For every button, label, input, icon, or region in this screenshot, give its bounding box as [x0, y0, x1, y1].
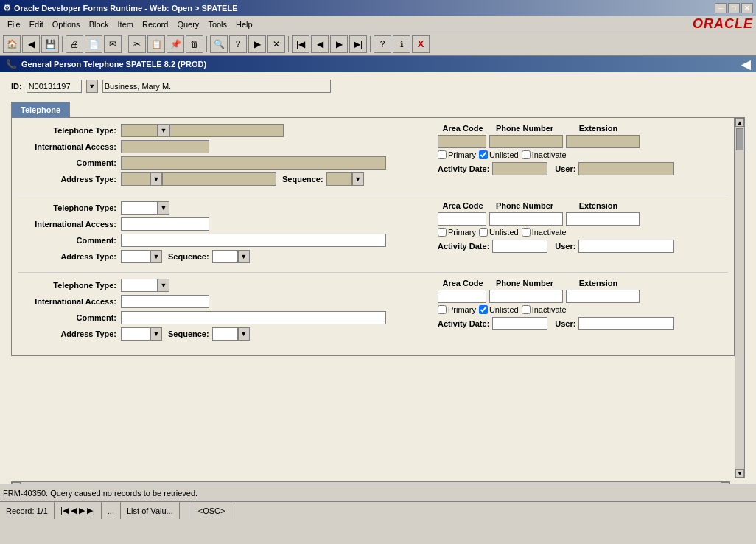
tb-exec[interactable]: ▶: [248, 35, 266, 53]
primary-checkbox-1[interactable]: [438, 150, 447, 159]
tel-type-dropdown-3[interactable]: ▼: [158, 279, 169, 292]
tb-print2[interactable]: 📄: [85, 35, 102, 53]
sequence-input-1[interactable]: [326, 172, 352, 186]
inactivate-checkbox-1[interactable]: [522, 150, 531, 159]
unlisted-checkbox-2[interactable]: [479, 228, 488, 237]
ext-input-2[interactable]: [566, 212, 640, 226]
intl-access-input-3[interactable]: [121, 295, 209, 308]
intl-access-label-2: International Access:: [18, 220, 121, 229]
primary-checkbox-2[interactable]: [438, 228, 447, 237]
close-button[interactable]: ✕: [741, 3, 753, 13]
intl-access-input-1[interactable]: [121, 140, 209, 153]
comment-input-2[interactable]: [121, 234, 386, 247]
user-input-1[interactable]: [578, 162, 674, 175]
sequence-input-2[interactable]: [212, 250, 238, 263]
osc-btn[interactable]: <OSC>: [192, 502, 232, 519]
ext-input-1[interactable]: [566, 135, 640, 148]
horizontal-scrollbar[interactable]: ◀ ▶: [11, 481, 730, 484]
scroll-up-arrow[interactable]: ▲: [735, 118, 744, 127]
minimize-button[interactable]: ─: [715, 3, 727, 13]
intl-access-input-2[interactable]: [121, 217, 209, 231]
addr-type-desc-1[interactable]: [162, 172, 276, 186]
activity-input-2[interactable]: [492, 240, 547, 253]
inactivate-checkbox-3[interactable]: [522, 305, 531, 314]
tb-x-button[interactable]: X: [412, 35, 430, 53]
tel-type-dropdown-1[interactable]: ▼: [158, 124, 169, 137]
sequence-dropdown-1[interactable]: ▼: [352, 172, 364, 186]
tb-mail[interactable]: ✉: [104, 35, 122, 53]
user-input-2[interactable]: [578, 240, 674, 253]
sequence-input-3[interactable]: [212, 327, 238, 341]
tb-back[interactable]: ◀: [22, 35, 40, 53]
addr-type-dropdown-1[interactable]: ▼: [150, 172, 162, 186]
menu-record[interactable]: Record: [138, 18, 172, 30]
phone-input-1[interactable]: [489, 135, 563, 148]
tb-last[interactable]: ▶|: [349, 35, 367, 53]
tb-prev[interactable]: ◀: [311, 35, 329, 53]
sequence-dropdown-3[interactable]: ▼: [238, 327, 250, 341]
addr-type-input-1[interactable]: [121, 172, 150, 186]
scroll-right-arrow[interactable]: ▶: [721, 482, 729, 484]
vertical-scrollbar[interactable]: ▲ ▼: [735, 117, 745, 478]
scroll-left-arrow[interactable]: ◀: [12, 482, 21, 484]
tb-query[interactable]: ?: [229, 35, 247, 53]
inactivate-checkbox-2[interactable]: [522, 228, 531, 237]
primary-checkbox-3[interactable]: [438, 305, 447, 314]
tb-delete[interactable]: 🗑: [186, 35, 203, 53]
menu-options[interactable]: Options: [48, 18, 85, 30]
name-input[interactable]: [102, 80, 331, 93]
tab-telephone[interactable]: Telephone: [11, 102, 70, 117]
tb-copy[interactable]: 📋: [147, 35, 165, 53]
list-of-values-btn[interactable]: List of Valu...: [121, 502, 180, 519]
menu-tools[interactable]: Tools: [203, 18, 231, 30]
menu-query[interactable]: Query: [172, 18, 203, 30]
activity-input-3[interactable]: [492, 317, 547, 330]
ellipsis-btn[interactable]: ...: [102, 502, 121, 519]
comment-input-3[interactable]: [121, 311, 386, 324]
tb-next[interactable]: ▶: [330, 35, 348, 53]
area-code-input-2[interactable]: [438, 212, 486, 226]
phone-input-3[interactable]: [489, 290, 563, 303]
unlisted-checkbox-3[interactable]: [479, 305, 488, 314]
addr-type-dropdown-3[interactable]: ▼: [150, 327, 162, 341]
comment-input-1[interactable]: [121, 156, 386, 170]
user-input-3[interactable]: [578, 317, 674, 330]
tb-cut[interactable]: ✂: [128, 35, 146, 53]
menu-edit[interactable]: Edit: [25, 18, 48, 30]
id-dropdown[interactable]: ▼: [86, 80, 98, 93]
activity-input-1[interactable]: [492, 162, 547, 175]
scroll-thumb[interactable]: [736, 128, 743, 150]
id-input[interactable]: [27, 80, 82, 93]
tel-type-input-2[interactable]: [121, 201, 158, 215]
unlisted-checkbox-1[interactable]: [479, 150, 488, 159]
tb-first[interactable]: |◀: [292, 35, 309, 53]
tb-sep1: [62, 36, 63, 52]
sequence-dropdown-2[interactable]: ▼: [238, 250, 250, 263]
tb-print[interactable]: 🖨: [66, 35, 83, 53]
menu-item[interactable]: Item: [113, 18, 138, 30]
area-code-input-1[interactable]: [438, 135, 486, 148]
tel-type-dropdown-2[interactable]: ▼: [158, 201, 169, 215]
tb-home[interactable]: 🏠: [3, 35, 21, 53]
maximize-button[interactable]: □: [728, 3, 740, 13]
tb-info[interactable]: ℹ: [393, 35, 410, 53]
ext-input-3[interactable]: [566, 290, 640, 303]
tb-save[interactable]: 💾: [41, 35, 59, 53]
menu-help[interactable]: Help: [231, 18, 257, 30]
addr-type-dropdown-2[interactable]: ▼: [150, 250, 162, 263]
tel-type-input-1[interactable]: [121, 124, 158, 137]
tb-paste[interactable]: 📌: [167, 35, 184, 53]
tel-type-desc-1[interactable]: [169, 124, 284, 137]
phone-input-2[interactable]: [489, 212, 563, 226]
menu-file[interactable]: File: [3, 18, 25, 30]
tb-search[interactable]: 🔍: [210, 35, 228, 53]
record2-intl-row: International Access:: [18, 217, 430, 231]
scroll-down-arrow[interactable]: ▼: [735, 469, 744, 478]
tel-type-input-3[interactable]: [121, 279, 158, 292]
tb-cancel[interactable]: ✕: [267, 35, 285, 53]
menu-block[interactable]: Block: [85, 18, 113, 30]
tb-help[interactable]: ?: [374, 35, 391, 53]
addr-type-input-2[interactable]: [121, 250, 150, 263]
addr-type-input-3[interactable]: [121, 327, 150, 341]
area-code-input-3[interactable]: [438, 290, 486, 303]
